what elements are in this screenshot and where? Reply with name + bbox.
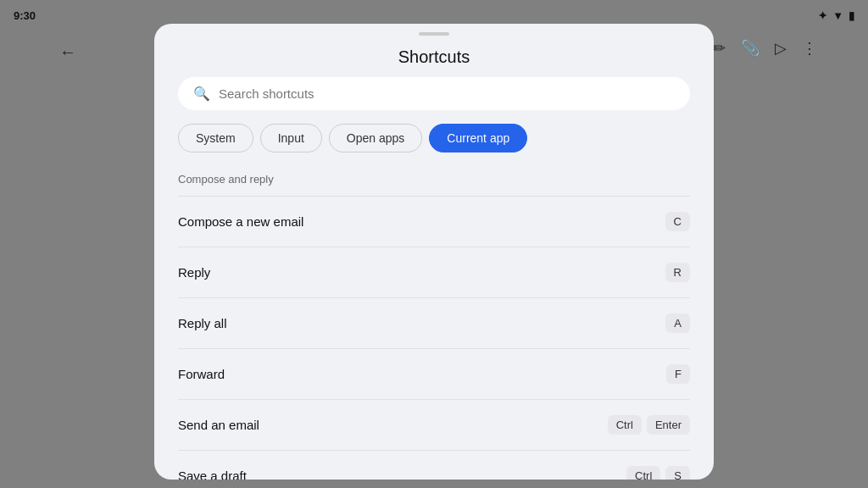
shortcut-keys-reply: R (665, 263, 690, 282)
search-bar: 🔍 (178, 77, 690, 110)
shortcut-keys-send: Ctrl Enter (608, 415, 690, 435)
top-right-icons: ✏ 📎 ▷ ⋮ (713, 39, 817, 58)
tabs-bar: System Input Open apps Current app (154, 124, 714, 166)
tab-open-apps[interactable]: Open apps (329, 124, 423, 152)
search-icon: 🔍 (193, 86, 210, 102)
pencil-icon[interactable]: ✏ (713, 39, 726, 58)
shortcut-label-reply: Reply (178, 265, 210, 280)
more-options-icon[interactable]: ⋮ (802, 39, 817, 58)
shortcut-row-send: Send an email Ctrl Enter (178, 399, 690, 450)
search-input[interactable] (219, 86, 675, 101)
wifi-icon: ▼ (832, 9, 843, 22)
time-display: 9:30 (14, 9, 36, 22)
tab-system[interactable]: System (178, 124, 253, 152)
shortcut-label-compose: Compose a new email (178, 214, 303, 229)
drag-handle (419, 32, 449, 36)
shortcut-keys-compose: C (665, 212, 690, 231)
key-a: A (665, 313, 690, 333)
bluetooth-icon: ✦ (818, 9, 827, 22)
search-container: 🔍 (154, 77, 714, 124)
shortcut-keys-draft: Ctrl S (626, 466, 690, 480)
tab-input[interactable]: Input (260, 124, 322, 152)
tab-current-app[interactable]: Current app (429, 124, 527, 152)
shortcut-row-draft: Save a draft Ctrl S (178, 450, 690, 480)
status-right: ✦ ▼ ▮ (818, 9, 854, 22)
status-left: 9:30 (14, 9, 36, 22)
key-r: R (665, 263, 690, 282)
key-ctrl-1: Ctrl (608, 415, 642, 435)
back-icon: ← (59, 42, 76, 61)
shortcut-row-forward: Forward F (178, 348, 690, 399)
key-s: S (665, 466, 690, 480)
shortcuts-modal: Shortcuts 🔍 System Input Open apps Curre… (154, 24, 714, 480)
back-button[interactable]: ← (59, 42, 76, 62)
shortcut-row-reply-all: Reply all A (178, 297, 690, 348)
key-ctrl-2: Ctrl (626, 466, 660, 480)
shortcut-keys-reply-all: A (665, 313, 690, 333)
battery-icon: ▮ (849, 9, 854, 22)
paperclip-icon[interactable]: 📎 (741, 39, 760, 58)
send-icon[interactable]: ▷ (775, 39, 787, 58)
key-c: C (665, 212, 690, 231)
shortcut-label-draft: Save a draft (178, 469, 247, 480)
key-enter: Enter (647, 415, 690, 435)
shortcut-label-send: Send an email (178, 418, 259, 432)
shortcut-row-compose: Compose a new email C (178, 196, 690, 247)
key-f: F (666, 364, 690, 384)
shortcuts-content: Compose and reply Compose a new email C … (154, 166, 714, 480)
section-title-compose: Compose and reply (178, 166, 690, 196)
shortcut-keys-forward: F (666, 364, 690, 384)
shortcut-row-reply: Reply R (178, 247, 690, 297)
shortcut-label-reply-all: Reply all (178, 316, 227, 330)
shortcut-label-forward: Forward (178, 367, 225, 381)
modal-title: Shortcuts (154, 39, 714, 77)
